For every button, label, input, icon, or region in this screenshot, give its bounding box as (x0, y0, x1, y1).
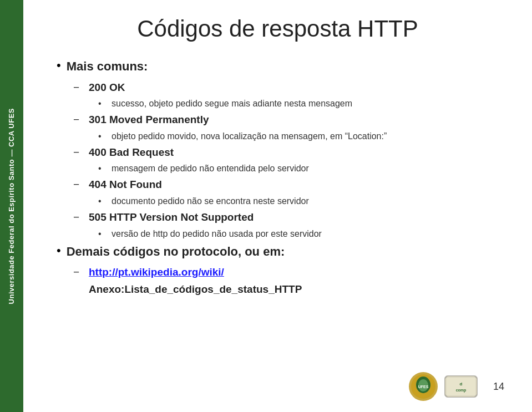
desc-404: • documento pedido não se encontra neste… (98, 195, 504, 208)
dcomp-logo: d comp (444, 375, 478, 398)
desc-400: • mensagem de pedido não entendida pelo … (98, 162, 504, 175)
sidebar: Universidade Federal do Espírito Santo —… (0, 0, 23, 412)
label-505: 505 HTTP Version Not Supported (89, 210, 254, 225)
sub-item-505: − 505 HTTP Version Not Supported (73, 210, 504, 225)
dot-404: • (98, 195, 106, 208)
sub-item-wiki: − http://pt.wikipedia.org/wiki/ (73, 265, 504, 280)
sub-item-200: − 200 OK (73, 80, 504, 95)
sub-sub-400: • mensagem de pedido não entendida pelo … (98, 162, 504, 175)
text-301: objeto pedido movido, nova localização n… (112, 130, 387, 143)
sidebar-text: Universidade Federal do Espírito Santo —… (7, 108, 17, 304)
dash-404: − (73, 177, 82, 192)
text-404: documento pedido não se encontra neste s… (112, 195, 309, 208)
main-bullet-2: • Demais códigos no protocolo, ou em: (57, 244, 504, 260)
dash-400: − (73, 145, 82, 160)
dash-505: − (73, 210, 82, 225)
demais-codigos-label: Demais códigos no protocolo, ou em: (67, 244, 285, 260)
footer: UFES d comp 14 (51, 372, 504, 401)
bullet-dot-1: • (57, 58, 61, 74)
sub-item-anexo: − Anexo:Lista_de_códigos_de_status_HTTP (73, 282, 504, 297)
sub-item-400: − 400 Bad Request (73, 145, 504, 160)
dash-wiki: − (73, 265, 82, 280)
logo-area: UFES d comp 14 (409, 372, 504, 401)
sub-sub-505: • versão de http do pedido não usada por… (98, 227, 504, 241)
label-404: 404 Not Found (89, 177, 162, 192)
dot-301: • (98, 130, 106, 143)
desc-200: • sucesso, objeto pedido segue mais adia… (98, 97, 504, 110)
sub-list-2: − http://pt.wikipedia.org/wiki/ − Anexo:… (73, 265, 504, 297)
text-505: versão de http do pedido não usada por e… (112, 227, 322, 241)
main-bullet-1: • Mais comuns: (57, 59, 504, 75)
desc-505: • versão de http do pedido não usada por… (98, 227, 504, 241)
dot-200: • (98, 97, 106, 110)
svg-text:UFES: UFES (418, 385, 429, 389)
label-301: 301 Moved Permanently (89, 113, 209, 128)
slide-title: Códigos de resposta HTTP (51, 16, 504, 42)
content-area: • Mais comuns: − 200 OK • sucesso, objet… (51, 59, 504, 367)
sub-item-404: − 404 Not Found (73, 177, 504, 192)
label-200: 200 OK (89, 80, 125, 95)
page-number: 14 (493, 381, 504, 393)
sub-list-1: − 200 OK • sucesso, objeto pedido segue … (73, 80, 504, 241)
mais-comuns-label: Mais comuns: (67, 59, 148, 75)
sub-item-301: − 301 Moved Permanently (73, 113, 504, 128)
bullet-dot-2: • (57, 243, 61, 259)
label-anexo: Anexo:Lista_de_códigos_de_status_HTTP (89, 282, 302, 297)
dot-505: • (98, 227, 106, 241)
text-200: sucesso, objeto pedido segue mais adiant… (112, 97, 352, 110)
dot-400: • (98, 162, 106, 175)
text-400: mensagem de pedido não entendida pelo se… (112, 162, 309, 175)
dash-200: − (73, 80, 82, 95)
dash-301: − (73, 113, 82, 128)
main-content: Códigos de resposta HTTP • Mais comuns: … (23, 0, 532, 412)
label-wiki[interactable]: http://pt.wikipedia.org/wiki/ (89, 265, 224, 280)
svg-text:comp: comp (456, 388, 467, 393)
desc-301: • objeto pedido movido, nova localização… (98, 130, 504, 143)
ufes-logo: UFES (409, 372, 438, 401)
sub-sub-301: • objeto pedido movido, nova localização… (98, 130, 504, 143)
svg-rect-4 (445, 377, 477, 396)
svg-text:d: d (460, 382, 463, 386)
label-400: 400 Bad Request (89, 145, 174, 160)
sub-sub-200: • sucesso, objeto pedido segue mais adia… (98, 97, 504, 110)
sub-sub-404: • documento pedido não se encontra neste… (98, 195, 504, 208)
